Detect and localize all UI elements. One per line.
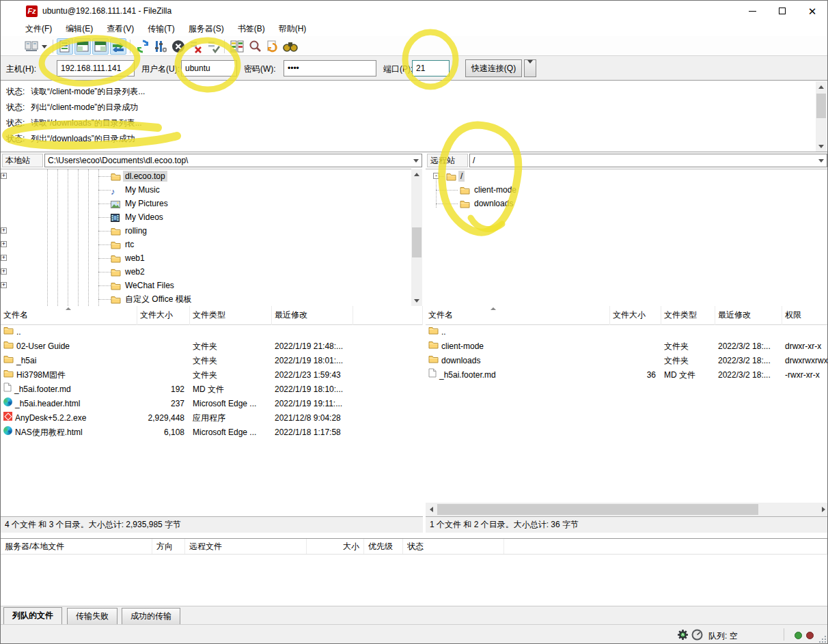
remote-hscroll-thumb[interactable] bbox=[437, 504, 758, 515]
toggle-local-tree-button[interactable] bbox=[74, 38, 91, 55]
scroll-down-button[interactable] bbox=[411, 295, 422, 306]
tree-item[interactable]: My Videos bbox=[1, 210, 411, 224]
queue-tab-1[interactable]: 传输失败 bbox=[67, 608, 118, 624]
cancel-button[interactable] bbox=[170, 38, 187, 55]
queue-column-header-0[interactable]: 服务器/本地文件 bbox=[1, 539, 152, 554]
column-header-1[interactable]: 文件大小 bbox=[610, 306, 661, 325]
column-header-2[interactable]: 文件类型 bbox=[190, 306, 272, 325]
local-tree-scroll-thumb[interactable] bbox=[412, 227, 422, 257]
file-row[interactable]: Hi3798M固件文件夹2022/1/23 1:59:43 bbox=[1, 368, 423, 382]
file-row[interactable]: .. bbox=[1, 325, 423, 339]
tree-expander[interactable]: + bbox=[1, 241, 7, 247]
tree-expander[interactable]: + bbox=[1, 173, 7, 179]
close-button[interactable]: ✕ bbox=[797, 1, 827, 21]
site-manager-dropdown-button[interactable] bbox=[40, 38, 49, 55]
scroll-down-button[interactable] bbox=[816, 141, 827, 152]
file-row[interactable]: .. bbox=[426, 325, 828, 339]
reconnect-button[interactable] bbox=[206, 38, 222, 55]
find-files-button[interactable] bbox=[282, 38, 299, 55]
column-header-1[interactable]: 文件大小 bbox=[137, 306, 190, 325]
column-header-0[interactable]: 文件名 bbox=[426, 306, 610, 325]
menu-item-2[interactable]: 查看(V) bbox=[100, 21, 141, 37]
scroll-up-button[interactable] bbox=[411, 169, 422, 180]
queue-column-header-4[interactable]: 优先级 bbox=[364, 539, 403, 554]
queue-tab-2[interactable]: 成功的传输 bbox=[122, 608, 180, 624]
tree-item[interactable]: downloads bbox=[426, 197, 828, 210]
tree-item[interactable]: +rtc bbox=[1, 238, 411, 251]
remote-list-hscrollbar[interactable] bbox=[426, 503, 828, 516]
maximize-button[interactable] bbox=[767, 1, 797, 21]
remote-path-combobox[interactable]: / bbox=[469, 154, 827, 167]
file-row[interactable]: _h5ai.header.html237Microsoft Edge ...20… bbox=[1, 397, 423, 411]
menu-item-3[interactable]: 传输(T) bbox=[141, 21, 181, 37]
tree-expander[interactable]: + bbox=[1, 282, 7, 288]
local-path-combobox[interactable]: C:\Users\ecoo\Documents\dl.ecoo.top\ bbox=[44, 154, 422, 167]
log-scroll-thumb[interactable] bbox=[816, 94, 826, 118]
scroll-up-button[interactable] bbox=[816, 81, 827, 92]
password-input[interactable] bbox=[284, 60, 376, 76]
column-header-2[interactable]: 文件类型 bbox=[661, 306, 715, 325]
file-row[interactable]: AnyDesk+5.2.2.exe2,929,448应用程序2021/12/8 … bbox=[1, 411, 423, 425]
queue-column-header-2[interactable]: 远程文件 bbox=[185, 539, 307, 554]
tree-expander[interactable]: + bbox=[1, 227, 7, 234]
directory-compare-button[interactable] bbox=[229, 38, 245, 55]
tree-item[interactable]: My Pictures bbox=[1, 197, 411, 210]
synchronized-browsing-button[interactable] bbox=[264, 38, 281, 55]
queue-tab-0[interactable]: 列队的文件 bbox=[3, 607, 62, 625]
quickconnect-button[interactable]: 快速连接(Q) bbox=[465, 59, 522, 77]
refresh-button[interactable] bbox=[135, 38, 151, 55]
file-row[interactable]: _h5ai.footer.md36MD 文件2022/3/2 18:...-rw… bbox=[426, 368, 828, 382]
chevron-down-icon[interactable] bbox=[818, 159, 824, 163]
menu-item-1[interactable]: 编辑(E) bbox=[59, 21, 100, 37]
tree-item[interactable]: 自定义 Office 模板 bbox=[1, 292, 411, 306]
tree-expander[interactable]: + bbox=[1, 268, 7, 275]
column-header-4[interactable]: 权限 bbox=[782, 306, 828, 325]
chevron-down-icon[interactable] bbox=[413, 159, 419, 163]
queue-column-header-5[interactable]: 状态 bbox=[403, 539, 504, 554]
tree-expander[interactable]: - bbox=[433, 173, 439, 179]
gauge-icon[interactable] bbox=[691, 629, 703, 643]
username-input[interactable] bbox=[181, 60, 237, 76]
tree-item[interactable]: +web1 bbox=[1, 251, 411, 265]
toggle-transfer-queue-button[interactable] bbox=[110, 38, 126, 55]
menu-item-4[interactable]: 服务器(S) bbox=[182, 21, 231, 37]
queue-column-header-1[interactable]: 方向 bbox=[152, 539, 185, 554]
minimize-button[interactable] bbox=[737, 1, 767, 21]
quickconnect-dropdown-button[interactable] bbox=[524, 59, 536, 77]
toggle-remote-tree-button[interactable] bbox=[92, 38, 109, 55]
gear-icon[interactable] bbox=[677, 629, 689, 643]
tree-item[interactable]: client-mode bbox=[426, 183, 828, 197]
local-tree-scrollbar[interactable] bbox=[411, 169, 422, 306]
log-scrollbar[interactable] bbox=[816, 81, 827, 152]
resize-grip[interactable] bbox=[818, 634, 826, 643]
menu-item-5[interactable]: 书签(B) bbox=[231, 21, 272, 37]
filename-filter-button[interactable] bbox=[247, 38, 263, 55]
tree-item[interactable]: +web2 bbox=[1, 265, 411, 279]
process-queue-button[interactable] bbox=[152, 38, 169, 55]
column-header-3[interactable]: 最近修改 bbox=[272, 306, 353, 325]
file-row[interactable]: client-mode文件夹2022/3/2 18:...drwxr-xr-x bbox=[426, 339, 828, 354]
tree-item[interactable]: +rolling bbox=[1, 224, 411, 238]
tree-item[interactable]: +WeChat Files bbox=[1, 279, 411, 292]
host-input[interactable] bbox=[57, 60, 135, 76]
file-row[interactable]: _h5ai文件夹2022/1/19 18:01:... bbox=[1, 354, 423, 368]
scroll-right-button[interactable] bbox=[818, 503, 828, 516]
file-row[interactable]: NAS使用教程.html6,108Microsoft Edge ...2022/… bbox=[1, 425, 423, 440]
file-row[interactable]: _h5ai.footer.md192MD 文件2022/1/19 18:10:.… bbox=[1, 382, 423, 397]
toggle-message-log-button[interactable] bbox=[57, 38, 73, 55]
site-manager-button[interactable] bbox=[23, 38, 40, 55]
menu-item-0[interactable]: 文件(F) bbox=[18, 21, 59, 37]
column-header-0[interactable]: 文件名 bbox=[1, 306, 137, 325]
file-row[interactable]: 02-User Guide文件夹2022/1/19 21:48:... bbox=[1, 339, 423, 354]
menu-item-6[interactable]: 帮助(H) bbox=[272, 21, 314, 37]
tree-item[interactable]: +dl.ecoo.top bbox=[1, 169, 411, 183]
tree-item[interactable]: -/ bbox=[426, 169, 828, 183]
queue-column-header-3[interactable]: 大小 bbox=[307, 539, 364, 554]
file-row[interactable]: downloads文件夹2022/3/2 18:...drwxrwxrwx bbox=[426, 354, 828, 368]
disconnect-button[interactable] bbox=[188, 38, 204, 55]
scroll-left-button[interactable] bbox=[426, 503, 437, 516]
column-header-3[interactable]: 最近修改 bbox=[715, 306, 782, 325]
port-input[interactable] bbox=[412, 60, 450, 76]
tree-expander[interactable]: + bbox=[1, 255, 7, 261]
tree-item[interactable]: ♪My Music bbox=[1, 183, 411, 197]
